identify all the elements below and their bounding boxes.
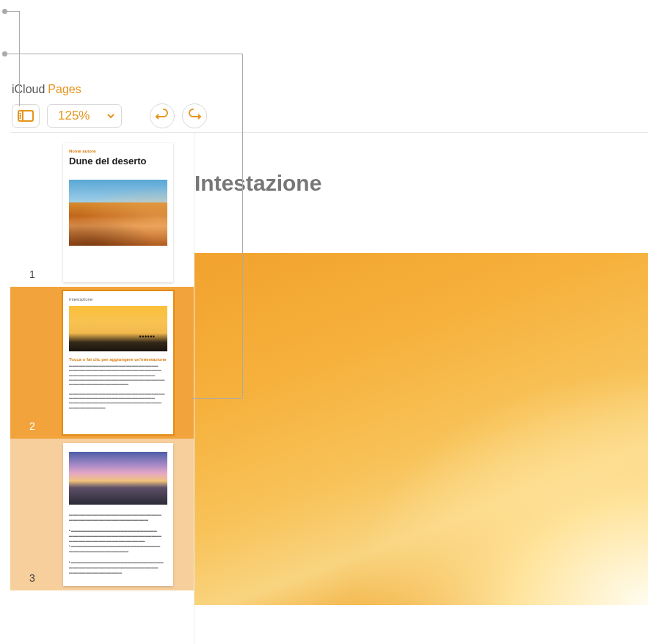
document-canvas[interactable]: Intestazione [194,133,648,644]
page-number: 1 [29,268,35,280]
thumb-body-text: ▬▬▬▬▬▬▬▬▬▬▬▬▬▬▬▬▬▬▬▬▬▬▬▬▬▬▬ ▬▬▬▬▬▬▬▬▬▬▬▬… [69,364,167,410]
panel-icon [18,110,34,122]
callout-line [192,398,242,399]
view-options-button[interactable] [12,104,40,128]
thumbnail-preview: ▬▬▬▬▬▬▬▬▬▬▬▬▬▬▬▬▬▬▬▬▬▬▬▬▬▬▬▬ ▬▬▬▬▬▬▬▬▬▬▬… [63,443,173,586]
chevron-down-icon [106,111,115,120]
thumb-subheading: Tocca o fai clic per aggiungere un'intes… [69,357,167,362]
callout-line [4,54,243,54]
callout-dot [2,51,7,56]
undo-icon [155,109,170,123]
thumbnail-page-1[interactable]: 1 Nome autore Dune del deserto [10,139,194,287]
work-area: 1 Nome autore Dune del deserto 2 Intesta… [10,133,648,644]
callout-dot [2,9,7,14]
redo-button[interactable] [182,103,207,128]
thumbnail-preview: Nome autore Dune del deserto [63,143,173,282]
toolbar: 125% [10,99,648,133]
document-heading[interactable]: Intestazione [194,171,648,196]
thumb-title: Dune del deserto [69,155,167,167]
thumb-image-sky [69,452,167,505]
page-number: 2 [29,420,35,432]
thumbnail-page-3[interactable]: 3 ▬▬▬▬▬▬▬▬▬▬▬▬▬▬▬▬▬▬▬▬▬▬▬▬▬▬▬▬ ▬▬▬▬▬▬▬▬▬… [10,439,194,590]
callout-line [242,54,243,398]
undo-button[interactable] [150,103,175,128]
redo-icon [187,109,202,123]
page-thumbnails-sidebar[interactable]: 1 Nome autore Dune del deserto 2 Intesta… [10,133,194,644]
thumbnail-page-2[interactable]: 2 Intestazione Tocca o fai clic per aggi… [10,287,194,439]
brand-app-name: Pages [48,83,81,96]
thumb-image-sunset [69,306,167,351]
thumb-body-text: ▬▬▬▬▬▬▬▬▬▬▬▬▬▬▬▬▬▬▬▬▬▬▬▬▬▬▬▬ ▬▬▬▬▬▬▬▬▬▬▬… [69,512,167,575]
brand-icloud: iCloud [12,83,45,96]
zoom-select[interactable]: 125% [47,104,122,128]
app-window: iCloud Pages 125% [10,78,648,644]
page-number: 3 [29,572,35,584]
thumb-author-line: Nome autore [69,149,167,153]
thumb-heading: Intestazione [69,297,167,301]
thumb-image-dunes [69,180,167,246]
thumbnail-preview: Intestazione Tocca o fai clic per aggiun… [63,291,173,434]
brand-header: iCloud Pages [10,78,648,99]
callout-line [19,11,20,106]
zoom-value: 125% [58,109,90,123]
document-hero-image[interactable] [194,253,648,605]
